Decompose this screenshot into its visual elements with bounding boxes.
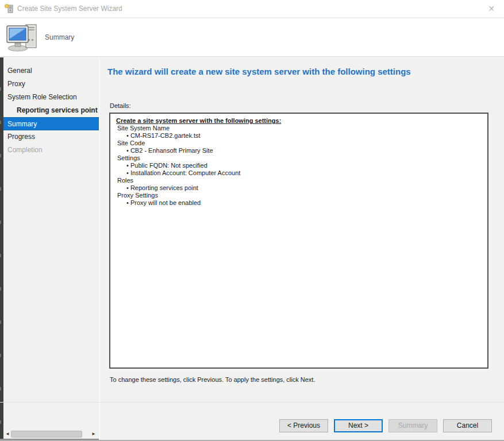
wizard-button-bar: < Previous Next > Summary Cancel — [279, 419, 492, 432]
page-heading: The wizard will create a new site system… — [107, 67, 487, 76]
sidebar-horizontal-scrollbar[interactable]: ◄ ► — [3, 430, 99, 439]
details-bullet: Installation Account: Computer Account — [116, 169, 482, 177]
scrollbar-thumb[interactable] — [11, 431, 82, 438]
close-icon[interactable]: ✕ — [482, 0, 501, 18]
wizard-app-icon — [4, 3, 14, 14]
wizard-page-summary: The wizard will create a new site system… — [100, 57, 504, 441]
titlebar: Create Site System Server Wizard ✕ — [0, 0, 504, 18]
computer-icon — [6, 22, 40, 55]
details-section-name: Roles — [116, 177, 482, 184]
sidebar-item-reporting-services-point[interactable]: Reporting services point — [3, 104, 99, 117]
details-section-name: Proxy Settings — [116, 192, 482, 199]
sidebar-item-proxy[interactable]: Proxy — [3, 78, 99, 91]
step-title: Summary — [45, 18, 74, 57]
details-label: Details: — [110, 102, 131, 109]
details-bullet: Public FQDN: Not specified — [116, 162, 482, 169]
wizard-window: Create Site System Server Wizard ✕ Summa… — [0, 0, 504, 441]
sidebar-item-summary[interactable]: Summary — [3, 117, 99, 130]
details-section-name: Settings — [116, 154, 482, 162]
next-button[interactable]: Next > — [334, 419, 383, 432]
sidebar-item-completion: Completion — [3, 144, 99, 157]
scroll-left-icon[interactable]: ◄ — [3, 430, 11, 439]
previous-button[interactable]: < Previous — [279, 419, 328, 432]
wizard-nav-sidebar: General Proxy System Role Selection Repo… — [3, 57, 99, 430]
window-title: Create Site System Server Wizard — [17, 0, 122, 18]
details-section-name: Site Code — [116, 140, 482, 147]
wizard-header: Summary — [0, 18, 504, 57]
details-bullet: CB2 - Enhansoft Primary Site — [116, 147, 482, 154]
details-bullet: Reporting services point — [116, 184, 482, 192]
summary-details-box[interactable]: Create a site system server with the fol… — [109, 113, 488, 369]
scroll-right-icon[interactable]: ► — [90, 430, 98, 439]
sidebar-item-progress[interactable]: Progress — [3, 130, 99, 144]
sidebar-item-general[interactable]: General — [3, 64, 99, 78]
cancel-button[interactable]: Cancel — [443, 419, 492, 432]
footer-divider — [0, 402, 504, 403]
summary-button: Summary — [388, 419, 437, 432]
footer-instruction: To change these settings, click Previous… — [110, 376, 315, 383]
details-section-name: Site System Name — [116, 125, 482, 132]
details-bullet: CM-RS17-CB2.gartek.tst — [116, 132, 482, 140]
sidebar-item-system-role-selection[interactable]: System Role Selection — [3, 91, 99, 104]
details-bullet: Proxy will not be enabled — [116, 199, 482, 207]
details-title: Create a site system server with the fol… — [116, 117, 482, 125]
